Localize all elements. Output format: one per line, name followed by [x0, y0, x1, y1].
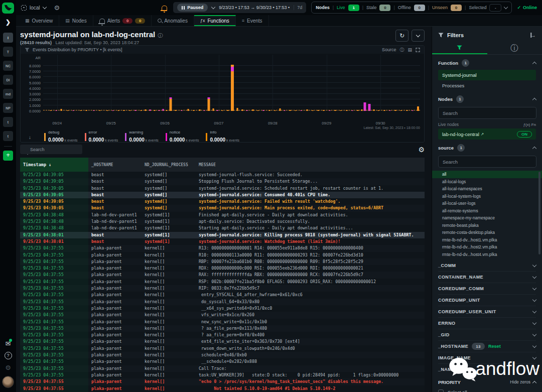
table-row[interactable]: 9/25/23 04:37:55plaka-parentkernel[] __x… [20, 305, 425, 312]
source-option[interactable]: namespace-my-namespace [432, 214, 542, 222]
chart-bar[interactable] [169, 97, 172, 99]
collapse-header-button[interactable] [412, 30, 425, 42]
table-row[interactable]: 9/25/23 04:38:01beastsystemd[1]systemd-j… [20, 232, 425, 238]
source-option[interactable]: rmte-lb-nd-dv...host2.vm.plka [432, 243, 542, 251]
section-source[interactable]: source 1 [432, 140, 542, 155]
table-row[interactable]: 9/25/23 04:37:55plaka-parentkernel[]Call… [20, 365, 425, 372]
legend-item[interactable]: info0.0000 k events [206, 130, 239, 144]
table-row[interactable]: 9/25/23 04:37:55plaka-parentkernel[] rws… [20, 345, 425, 352]
table-row[interactable]: 9/25/23 04:39:05beastsystemd[]systemd-jo… [20, 192, 425, 198]
source-option[interactable]: rmte-lb-nd-dv...host1.vm.plka [432, 236, 542, 244]
table-row[interactable]: 9/25/23 04:37:55plaka-parentkernel[] do_… [20, 299, 425, 305]
source-option[interactable]: remote-beast.plaka [432, 222, 542, 229]
workspace-badge[interactable]: Dl [3, 75, 13, 85]
chart-bar[interactable] [208, 97, 210, 99]
section-_hostname[interactable]: _HOSTNAME13Reset [438, 340, 536, 352]
workspace-badge[interactable]: NC [3, 61, 13, 71]
time-range[interactable]: 9/23/23 • 17:53 → 9/30/23 • 17:53 • [219, 5, 290, 10]
section-coredump_comm[interactable]: COREDUMP_COMM [438, 283, 536, 294]
stale-count-badge[interactable]: 0 [379, 5, 390, 11]
source-option[interactable]: all [432, 171, 542, 178]
table-row[interactable]: 9/25/23 04:39:05beastsystemd[]systemd-jo… [20, 198, 425, 205]
scrollbar-thumb[interactable] [538, 172, 540, 254]
tab-overview[interactable]: ▦Overview [19, 15, 59, 26]
table-row[interactable]: 9/25/23 04:37:55plaka-parentkernel[] ent… [20, 292, 425, 298]
table-row[interactable]: 9/25/23 04:38:48lab-nd-dev-parent1system… [20, 212, 425, 218]
unseen-count-badge[interactable]: 0 [451, 5, 462, 11]
table-row[interactable]: 9/25/23 04:38:01beastsystemd[1]systemd-j… [20, 238, 425, 245]
table-row[interactable]: 9/25/23 04:37:55plaka-parentkernel[]RIP:… [20, 285, 425, 292]
source-option[interactable]: all-local-logs [432, 178, 542, 186]
section-function[interactable]: Function 1 [432, 55, 542, 70]
node-toggle-on[interactable]: ON [517, 131, 532, 138]
function-option-processes[interactable]: Processes [438, 80, 536, 91]
workspace-badge[interactable]: NP [3, 103, 13, 113]
table-row[interactable]: 9/25/23 04:39:05beastsystemd[]Stopping F… [20, 178, 425, 185]
expand-sidebar-icon[interactable]: ❯ [6, 19, 11, 26]
section-_comm[interactable]: _COMM [438, 260, 536, 271]
add-workspace-button[interactable]: + [3, 151, 13, 161]
section-image_name[interactable]: IMAGE_NAME [438, 352, 536, 363]
table-row[interactable]: 9/25/23 04:37:55plaka-parentkernel[] new… [20, 319, 425, 325]
help-icon[interactable]: ? [5, 352, 12, 359]
collapse-sidebar-icon[interactable]: → [530, 32, 536, 38]
legend-collapse-icon[interactable]: ↓ [29, 135, 31, 140]
node-filter-item[interactable]: lab-nd-log-central ↗ ON [438, 128, 536, 140]
source-option[interactable]: all-local-user-logs [432, 200, 542, 207]
tab-info[interactable]: ⓘ [487, 42, 542, 54]
chart-bar[interactable] [169, 99, 172, 111]
chart-bar[interactable] [106, 110, 108, 111]
tab-events[interactable]: ≡Events [236, 15, 269, 26]
netdata-logo[interactable] [2, 3, 14, 14]
table-row[interactable]: 9/25/23 04:37:55plaka-parentkernel[] vfs… [20, 312, 425, 318]
table-row[interactable]: 9/25/23 04:39:05beastsystemd[]systemd-jo… [20, 172, 425, 178]
table-row[interactable]: 9/25/23 04:37:55plaka-parentkernel[]RAX:… [20, 272, 425, 278]
function-option-systemd-journal[interactable]: Systemd-journal [438, 70, 536, 80]
source-option[interactable]: rmte-lb-nd-dv...host4.vm.plka [432, 251, 542, 258]
source-option[interactable]: all-remote-systems [432, 207, 542, 215]
column-header-message[interactable]: MESSAGE [196, 158, 425, 172]
section-coredump_user_unit[interactable]: COREDUMP_USER_UNIT [438, 306, 536, 317]
table-row[interactable]: 9/25/23 04:37:55plaka-parentkernel[] Not… [20, 385, 425, 392]
live-count-badge[interactable]: 1 [348, 5, 359, 11]
source-search-input[interactable] [438, 156, 536, 168]
column-header-timestamp[interactable]: Timestamp↓ [20, 158, 88, 172]
chevron-down-icon[interactable] [211, 5, 215, 9]
section-coredump_unit[interactable]: COREDUMP_UNIT [438, 294, 536, 306]
chevron-down-icon[interactable] [504, 5, 508, 9]
tab-anomalies[interactable]: Anomalies [152, 15, 194, 26]
node-selector[interactable]: local [21, 5, 46, 11]
table-row[interactable]: 9/25/23 04:37:55plaka-parentkernel[]RSP:… [20, 279, 425, 285]
refresh-button[interactable]: ↻ [395, 30, 409, 42]
table-row[interactable]: 9/25/23 04:37:55plaka-parentkernel[] __s… [20, 358, 425, 365]
user-avatar[interactable] [2, 376, 14, 388]
table-row[interactable]: 9/25/23 04:37:55plaka-parentkernel[]R13:… [20, 245, 425, 251]
table-row[interactable]: 9/25/23 04:37:55plaka-parentkernel[]task… [20, 372, 425, 378]
paused-button[interactable]: Paused [177, 4, 208, 12]
source-option[interactable]: remote-costa-desktop.plaka [432, 229, 542, 236]
column-header-hostname[interactable]: _HOSTNAME [88, 158, 142, 172]
reset-action[interactable]: Reset [488, 344, 501, 349]
inbox-icon[interactable]: ✉ [6, 340, 11, 347]
table-row[interactable]: 9/25/23 04:37:55plaka-parentkernel[]R10:… [20, 252, 425, 258]
table-row[interactable]: 9/25/23 04:39:05beastsystemd[]systemd-jo… [20, 185, 425, 192]
section-errno[interactable]: ERRNO [438, 317, 536, 329]
offline-count-badge[interactable]: 0 [414, 5, 425, 11]
source-info-icon[interactable]: ⓘ [399, 47, 404, 53]
tab-alerts[interactable]: Alerts00 [93, 15, 152, 26]
table-settings-icon[interactable]: ⚙ [418, 146, 425, 154]
source-option[interactable]: all-local-system-logs [432, 193, 542, 200]
source-archive-icon[interactable]: ▤ [408, 47, 412, 52]
section-priority[interactable]: PRIORITY Hide zeros [438, 377, 536, 387]
table-row[interactable]: 9/25/23 04:37:55plaka-parentkernel[] sch… [20, 352, 425, 358]
selected-count-badge[interactable]: - [489, 4, 501, 12]
workspace-badge[interactable]: T [3, 47, 13, 57]
external-link-icon[interactable]: ↗ [481, 132, 484, 137]
column-header-process[interactable]: ND_JOURNAL_PROCESS [142, 158, 196, 172]
section-_gid[interactable]: _GID [438, 329, 536, 340]
workspace-badge[interactable]: t [3, 117, 13, 127]
plot-area[interactable]: AR 8.00007.00006.00005.00004.00003.00002… [43, 55, 420, 119]
table-row[interactable]: 9/25/23 04:38:48lab-nd-dev-parent1system… [20, 225, 425, 231]
trial-bell-icon[interactable] [162, 6, 167, 10]
table-row[interactable]: 9/25/23 04:37:55plaka-parentkernel[] ? a… [20, 332, 425, 338]
